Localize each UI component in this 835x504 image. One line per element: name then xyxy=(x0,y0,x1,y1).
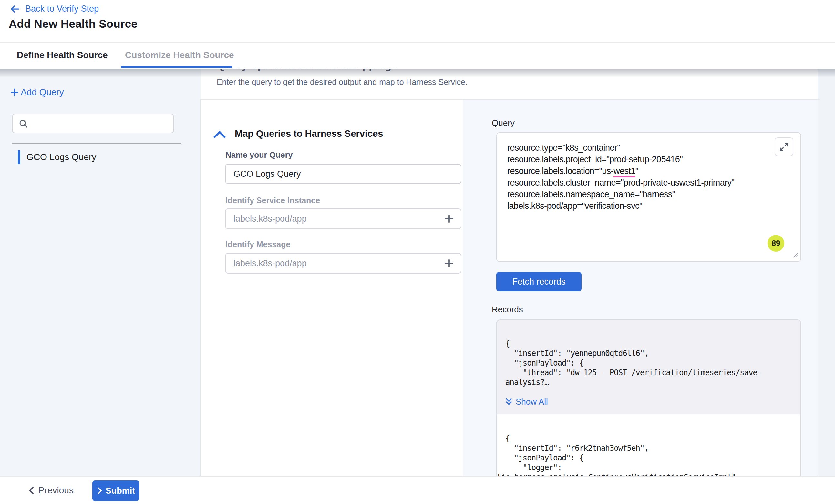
chevron-right-icon xyxy=(97,487,103,495)
record-row-1[interactable]: { "insertId": "yennepun0qtd6ll6", "jsonP… xyxy=(497,320,800,414)
service-instance-field xyxy=(225,208,462,229)
query-search-box[interactable] xyxy=(12,113,174,133)
wizard-footer: Previous Submit xyxy=(0,476,835,504)
right-gutter xyxy=(818,69,835,476)
back-link-label: Back to Verify Step xyxy=(25,4,99,14)
selected-indicator-bar xyxy=(18,150,20,164)
sidebar-divider xyxy=(12,143,181,144)
form-left-border xyxy=(200,99,201,476)
show-all-link[interactable]: Show All xyxy=(505,397,548,407)
expand-icon xyxy=(779,142,789,152)
records-label: Records xyxy=(492,304,523,315)
expand-query-button[interactable] xyxy=(775,138,793,156)
service-instance-add-icon[interactable] xyxy=(443,212,455,225)
sidebar-item-gco-logs-query[interactable]: GCO Logs Query xyxy=(0,147,201,167)
submit-button[interactable]: Submit xyxy=(93,480,139,501)
add-query-label: Add Query xyxy=(21,87,64,98)
record-1-json: { "insertId": "yennepun0qtd6ll6", "jsonP… xyxy=(505,339,762,387)
page-title: Add New Health Source xyxy=(9,17,138,30)
double-chevron-down-icon xyxy=(505,398,512,406)
query-editor[interactable]: resource.type="k8s_container"resource.la… xyxy=(496,132,801,262)
query-label: Query xyxy=(492,118,515,128)
show-all-label: Show All xyxy=(516,397,548,407)
section-subheading: Enter the query to get the desired outpu… xyxy=(217,78,468,87)
back-arrow-icon xyxy=(10,4,21,14)
service-instance-input[interactable] xyxy=(225,208,462,229)
collapse-section-chevron-icon[interactable] xyxy=(213,130,226,140)
tab-customize-health-source[interactable]: Customize Health Source xyxy=(125,50,234,60)
submit-label: Submit xyxy=(106,486,135,496)
textarea-resize-handle[interactable] xyxy=(793,252,798,259)
back-to-verify-step-link[interactable]: Back to Verify Step xyxy=(10,4,99,14)
identify-message-add-icon[interactable] xyxy=(443,257,455,270)
plus-icon xyxy=(10,87,19,97)
previous-button[interactable]: Previous xyxy=(27,481,74,500)
records-panel: { "insertId": "yennepun0qtd6ll6", "jsonP… xyxy=(496,319,801,500)
form-top-border xyxy=(200,99,819,100)
query-item-label: GCO Logs Query xyxy=(26,152,96,162)
active-tab-underline xyxy=(121,66,232,68)
identify-service-instance-label: Identify Service Instance xyxy=(225,196,320,205)
record-2-json[interactable]: { "insertId": "r6rk2tnah3owf5eh", "jsonP… xyxy=(505,434,736,482)
spellcheck-underline: west1 xyxy=(613,166,635,177)
add-query-button[interactable]: Add Query xyxy=(10,87,64,98)
char-count-badge: 89 xyxy=(768,235,784,252)
identify-message-label: Identify Message xyxy=(225,240,290,249)
fetch-records-button[interactable]: Fetch records xyxy=(496,272,582,291)
name-your-query-label: Name your Query xyxy=(225,150,292,160)
add-health-source-screen: Back to Verify Step Add New Health Sourc… xyxy=(0,0,835,504)
previous-label: Previous xyxy=(38,485,74,496)
query-sidebar: Add Query GCO Logs Query xyxy=(0,69,201,476)
map-queries-title: Map Queries to Harness Services xyxy=(235,128,383,139)
tab-bar: Define Health Source Customize Health So… xyxy=(0,43,835,69)
tab-define-health-source[interactable]: Define Health Source xyxy=(17,50,108,60)
chevron-left-icon xyxy=(27,486,35,495)
identify-message-field xyxy=(225,253,462,274)
query-code-text: resource.type="k8s_container"resource.la… xyxy=(507,142,734,212)
search-icon xyxy=(18,119,28,128)
query-name-input[interactable] xyxy=(225,164,462,184)
identify-message-input[interactable] xyxy=(225,253,462,274)
query-search-input[interactable] xyxy=(33,119,168,128)
